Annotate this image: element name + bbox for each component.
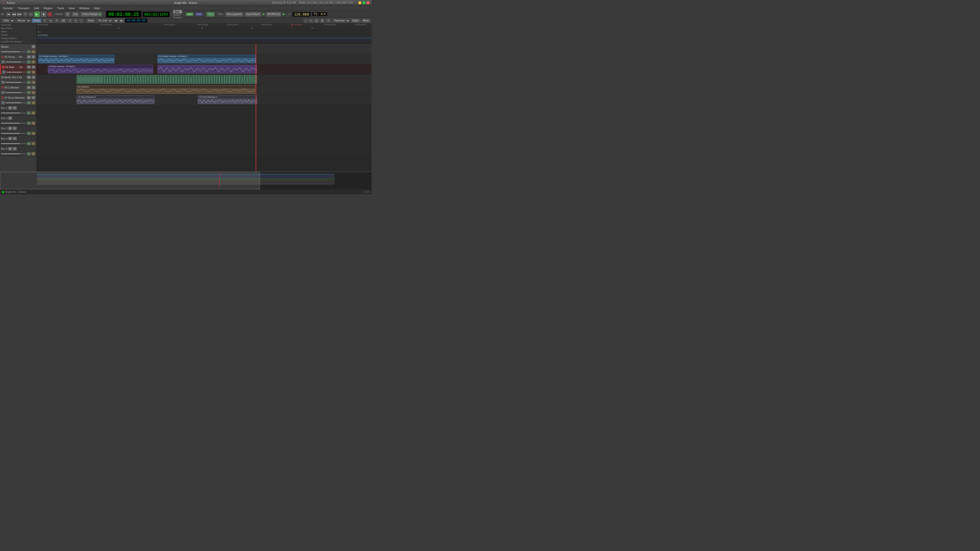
master-fader[interactable] [1, 51, 26, 52]
track-content-area[interactable]: 03 Female Humana - Re Back 2 03 Female H… [37, 44, 372, 171]
mouse-select[interactable]: Mouse [15, 18, 31, 23]
bus1-lane[interactable] [37, 105, 372, 115]
track03-p-button[interactable]: P [1, 60, 5, 64]
bus4-a-button[interactable]: A [27, 142, 31, 145]
slide-select[interactable]: Slide Lock [1, 18, 14, 23]
track05-clip1[interactable] [76, 75, 257, 84]
track03-fader[interactable] [6, 62, 26, 62]
menu-transport[interactable]: Transport [16, 6, 32, 10]
bus5-a-button[interactable]: A [27, 152, 31, 156]
playhead-select[interactable]: Playhead Mouse [331, 18, 350, 23]
bus5-solo-button[interactable]: S [13, 147, 17, 151]
mixer-button[interactable]: Mixer [361, 18, 371, 23]
editor-button[interactable]: Editor [351, 18, 360, 23]
play-range-button[interactable]: ▷| [29, 12, 33, 17]
start-marker-button[interactable]: start [186, 12, 194, 16]
track03-a-button[interactable]: A [27, 60, 31, 64]
bus4-lane[interactable] [37, 136, 372, 146]
bus5-fader[interactable] [1, 153, 26, 154]
track04-fader[interactable] [6, 72, 26, 73]
track05-p-button[interactable]: P [1, 81, 5, 84]
track06-fader[interactable] [6, 92, 26, 93]
zoom-out-button[interactable]: − [304, 18, 308, 23]
master-track-lane[interactable] [37, 44, 372, 54]
bus2-g-button[interactable]: G [32, 121, 35, 125]
track06-a-button[interactable]: A [27, 91, 31, 94]
master-g-button[interactable]: G [32, 50, 35, 54]
menu-view[interactable]: View [67, 6, 77, 10]
bus3-g-button[interactable]: G [32, 132, 35, 135]
punch-in-button[interactable]: In [65, 12, 70, 17]
track06-mute-button[interactable]: M [27, 86, 31, 89]
follow-range-button[interactable]: Follow Range [80, 12, 103, 17]
bus3-solo-button[interactable]: S [13, 127, 17, 130]
bus1-solo-button[interactable]: S [13, 106, 17, 110]
bus5-g-button[interactable]: G [32, 152, 35, 156]
track07-a-button[interactable]: A [27, 101, 31, 105]
track04-mute-button[interactable]: M [27, 65, 31, 69]
track03-clip2[interactable]: 03 Female Humana - Re Back 3 [158, 55, 256, 63]
bus5-lane[interactable] [37, 146, 372, 156]
bus3-a-button[interactable]: A [27, 132, 31, 135]
track07-solo-button[interactable]: S [32, 96, 35, 100]
bus5-mute-button[interactable]: M [8, 147, 12, 151]
mini-viewport[interactable] [0, 172, 260, 189]
master-mute-button[interactable]: M [32, 45, 35, 48]
track04-clip2[interactable] [158, 65, 257, 73]
int-mc1k-button[interactable]: INT/M-C1k [266, 12, 282, 17]
track05-fader[interactable] [6, 82, 26, 83]
track07-clip2[interactable]: .07 Drum Machine 3 [198, 95, 257, 104]
window-controls[interactable] [358, 1, 369, 4]
track05-lane[interactable] [37, 75, 372, 85]
menu-track[interactable]: Track [55, 6, 66, 10]
minimize-button[interactable] [358, 1, 361, 4]
end-marker-button[interactable]: end [195, 12, 203, 16]
close-button[interactable] [366, 1, 369, 4]
track07-rec-button[interactable] [1, 96, 4, 99]
track07-mute-button[interactable]: M [27, 96, 31, 100]
track04-a-button[interactable]: A [27, 70, 31, 74]
track06-rec-button[interactable] [1, 86, 4, 89]
bus1-a-button[interactable]: A [27, 111, 31, 115]
tool-draw[interactable]: ✎ [54, 18, 59, 23]
tool-stretch[interactable]: ⇕ [67, 18, 73, 23]
bus4-mute-button[interactable]: M [8, 137, 12, 140]
menu-help[interactable]: Help [92, 6, 102, 10]
track05-mute-button[interactable]: M [27, 76, 31, 79]
bus4-solo-button[interactable]: S [13, 137, 17, 140]
track07-p-button[interactable]: P [1, 101, 5, 105]
track06-solo-button[interactable]: S [32, 86, 35, 89]
zoom-loop-button[interactable]: ↺ [326, 18, 331, 23]
nav-fwd-button[interactable]: ▶ [119, 18, 124, 23]
track04-rec-button[interactable] [2, 65, 5, 68]
menu-region[interactable]: Region [41, 6, 55, 10]
rewind-button[interactable]: ◀◀ [12, 12, 16, 17]
tool-erase[interactable]: ⌫ [60, 18, 67, 23]
bus2-a-button[interactable]: A [27, 121, 31, 125]
track03-solo-button[interactable]: S [32, 55, 35, 59]
rewind-to-start-button[interactable]: |◀ [6, 12, 11, 17]
menu-window[interactable]: Window [77, 6, 91, 10]
non-layered-button[interactable]: Non-Layered [225, 12, 243, 17]
bus3-mute-button[interactable]: M [8, 127, 12, 130]
bus1-g-button[interactable]: G [32, 111, 35, 115]
tool-range[interactable]: ⇔ [48, 18, 53, 23]
track03-g-button[interactable]: G [32, 60, 35, 64]
bus3-lane[interactable] [37, 125, 372, 136]
track07-lane[interactable]: .07 Drum Machine 2 .07 Drum Machine 3 [37, 95, 372, 105]
solo-button[interactable]: Solo [173, 10, 182, 14]
maximize-button[interactable] [363, 1, 366, 4]
track05-a-button[interactable]: A [27, 81, 31, 84]
stop-button[interactable]: ■ [41, 11, 46, 17]
tool-audio[interactable]: ♪ [79, 18, 83, 23]
track03-rec-button[interactable] [1, 56, 4, 59]
bus2-fader[interactable] [1, 123, 26, 124]
tool-pointer[interactable]: ↖ [42, 18, 48, 23]
mini-overview[interactable] [0, 171, 372, 189]
track03-mute-button[interactable]: M [27, 55, 31, 59]
snap-button[interactable]: Snap [86, 18, 95, 23]
bus2-mute-button[interactable]: M [8, 116, 12, 120]
zoom-full-button[interactable]: ⊞ [320, 18, 325, 23]
bus1-mute-button[interactable]: M [8, 106, 12, 110]
track04-clip1[interactable]: 04 Male Humana - Re Back 1 [48, 65, 153, 73]
